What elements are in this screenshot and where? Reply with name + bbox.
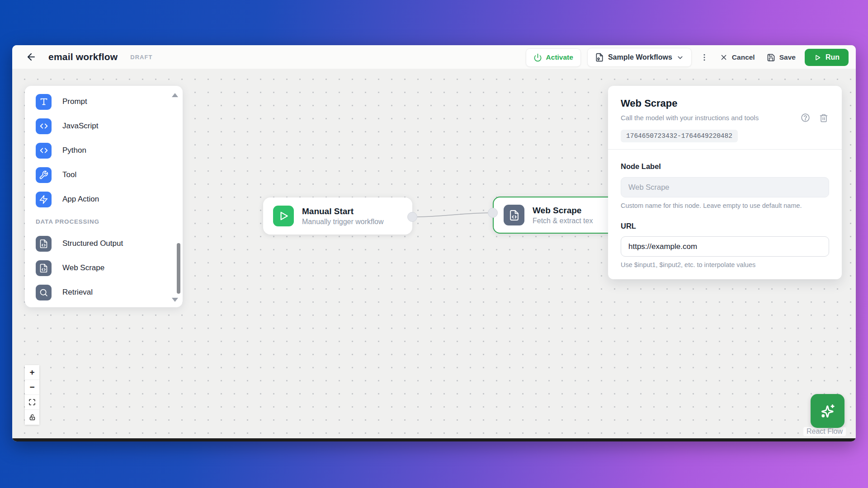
output-handle[interactable]	[407, 212, 417, 222]
close-icon	[720, 53, 728, 61]
run-button[interactable]: Run	[805, 49, 849, 66]
app-window: email workflow DRAFT Activate Sample Wor…	[12, 45, 856, 441]
cancel-button[interactable]: Cancel	[717, 50, 758, 65]
fit-view-icon	[28, 399, 36, 406]
delete-node-button[interactable]	[818, 113, 829, 123]
node-label-field-label: Node Label	[621, 162, 829, 171]
workflow-title: email workflow	[48, 52, 118, 62]
panel-title: Web Scrape	[621, 98, 829, 109]
sidebar-scrollbar[interactable]	[177, 243, 180, 294]
sidebar-section-data-processing: DATA PROCESSING	[25, 211, 183, 231]
url-helper-text: Use $input1, $input2, etc. to interpolat…	[621, 261, 829, 268]
doc-code-icon	[36, 260, 52, 276]
url-field-label: URL	[621, 222, 829, 230]
help-button[interactable]	[800, 112, 811, 123]
save-button[interactable]: Save	[764, 50, 798, 66]
play-icon	[814, 54, 821, 61]
sidebar-item-tool[interactable]: Tool	[25, 163, 183, 187]
sidebar-item-structured-output[interactable]: Structured Output	[25, 231, 183, 256]
url-input[interactable]	[621, 236, 829, 257]
sidebar-item-app-action[interactable]: App Action	[25, 187, 183, 211]
scroll-up-icon[interactable]	[172, 93, 178, 97]
node-title: Web Scrape	[533, 206, 593, 216]
trash-icon	[819, 113, 828, 122]
zoom-out-button[interactable]: −	[25, 380, 39, 395]
lock-button[interactable]	[25, 410, 39, 425]
help-icon	[801, 113, 810, 122]
zap-icon	[36, 192, 52, 207]
node-subtitle: Manually trigger workflow	[302, 218, 384, 226]
arrow-left-icon	[26, 52, 37, 62]
fit-view-button[interactable]	[25, 395, 39, 410]
input-handle[interactable]	[488, 208, 498, 218]
node-title: Manual Start	[302, 206, 384, 216]
kebab-menu-icon	[700, 53, 709, 62]
doc-code-icon	[36, 236, 52, 252]
window-bottom-edge	[12, 438, 856, 441]
divider	[608, 149, 842, 150]
header-actions: Activate Sample Workflows Cancel Save Ru…	[526, 48, 849, 67]
node-manual-start[interactable]: Manual Start Manually trigger workflow	[263, 197, 412, 235]
chevron-down-icon	[676, 54, 684, 61]
workflow-file-icon	[595, 53, 604, 62]
sample-workflows-dropdown[interactable]: Sample Workflows	[587, 48, 692, 67]
node-text: Web Scrape Fetch & extract tex	[533, 206, 593, 225]
unlock-icon	[29, 414, 36, 421]
search-icon	[36, 285, 52, 300]
node-label-helper-text: Custom name for this node. Leave empty t…	[621, 202, 829, 209]
power-icon	[533, 53, 542, 62]
doc-code-icon	[504, 205, 524, 225]
react-flow-attribution: React Flow	[803, 427, 846, 436]
text-icon	[36, 94, 52, 110]
node-label-input[interactable]	[621, 177, 829, 197]
zoom-in-button[interactable]: +	[25, 365, 39, 380]
code-icon	[36, 143, 52, 159]
canvas-controls: + −	[25, 365, 39, 425]
node-subtitle: Fetch & extract tex	[533, 217, 593, 225]
more-options-button[interactable]	[698, 50, 711, 65]
sidebar-item-javascript[interactable]: JavaScript	[25, 114, 183, 138]
wrench-icon	[36, 167, 52, 183]
sidebar-item-python[interactable]: Python	[25, 138, 183, 163]
sidebar-item-prompt[interactable]: Prompt	[25, 89, 183, 114]
header-bar: email workflow DRAFT Activate Sample Wor…	[12, 45, 856, 69]
panel-subtitle: Call the model with your instructions an…	[621, 114, 793, 122]
sidebar-item-web-scrape[interactable]: Web Scrape	[25, 256, 183, 280]
header-left: email workflow DRAFT	[12, 52, 152, 62]
save-icon	[767, 53, 775, 62]
draft-status-badge: DRAFT	[130, 54, 152, 61]
play-icon	[273, 206, 294, 226]
sparkles-icon	[820, 403, 836, 419]
code-icon	[36, 118, 52, 134]
activate-button[interactable]: Activate	[526, 48, 581, 67]
node-palette-sidebar: Prompt JavaScript Python Tool App Action	[25, 86, 183, 307]
back-button[interactable]	[26, 52, 37, 62]
sidebar-item-retrieval[interactable]: Retrieval	[25, 280, 183, 305]
ai-assistant-fab[interactable]	[811, 394, 844, 428]
node-config-panel: Web Scrape Call the model with your inst…	[608, 86, 842, 279]
node-id-badge: 1764650723432-1764649220482	[621, 130, 738, 142]
node-text: Manual Start Manually trigger workflow	[302, 206, 384, 226]
scroll-down-icon[interactable]	[172, 298, 178, 302]
